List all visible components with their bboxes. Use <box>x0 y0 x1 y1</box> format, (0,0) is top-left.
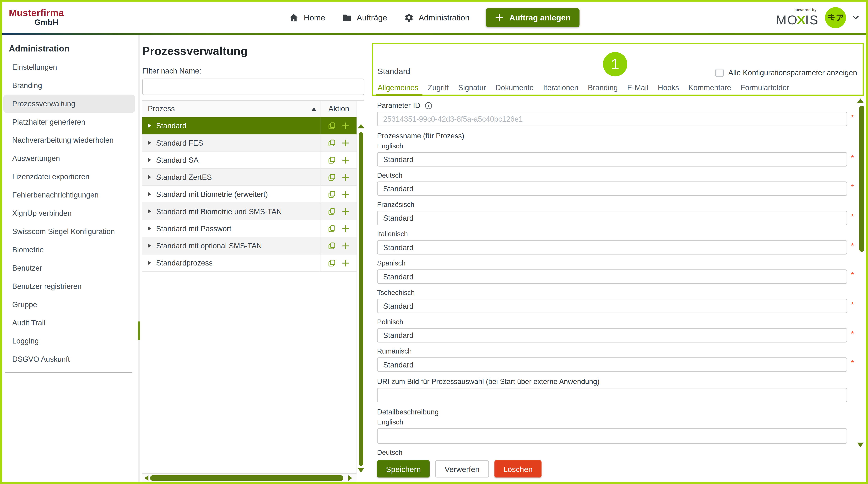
sidebar-item-gruppe[interactable]: Gruppe <box>3 295 135 314</box>
expand-caret-icon[interactable] <box>148 140 151 145</box>
add-icon[interactable] <box>342 122 350 130</box>
sidebar-item-lizenzdatei[interactable]: Lizenzdatei exportieren <box>3 168 135 186</box>
sidebar-item-logging[interactable]: Logging <box>3 332 135 350</box>
sidebar-item-benutzer-registrieren[interactable]: Benutzer registrieren <box>3 277 135 295</box>
sidebar-item-prozessverwaltung[interactable]: Prozessverwaltung <box>3 95 135 113</box>
copy-icon[interactable] <box>328 173 336 181</box>
name-input-rumaenisch[interactable] <box>377 357 847 372</box>
discard-button[interactable]: Verwerfen <box>435 460 489 478</box>
table-horizontal-scrollbar[interactable] <box>143 473 357 482</box>
sidebar-item-audit-trail[interactable]: Audit Trail <box>3 314 135 332</box>
name-input-deutsch[interactable] <box>377 182 847 196</box>
table-row[interactable]: Standard mit Biometrie und SMS-TAN <box>143 203 357 220</box>
add-icon[interactable] <box>342 173 350 181</box>
filter-input[interactable] <box>143 78 364 95</box>
add-icon[interactable] <box>342 190 350 198</box>
sidebar-item-xignup[interactable]: XignUp verbinden <box>3 204 135 222</box>
expand-caret-icon[interactable] <box>148 123 151 128</box>
sidebar-item-biometrie[interactable]: Biometrie <box>3 241 135 259</box>
table-row[interactable]: Standard ZertES <box>143 169 357 186</box>
name-input-tschechisch[interactable] <box>377 299 847 313</box>
sidebar-item-nachverarbeitung[interactable]: Nachverarbeitung wiederholen <box>3 131 135 149</box>
table-row[interactable]: Standard mit Passwort <box>143 220 357 237</box>
add-icon[interactable] <box>342 241 350 250</box>
add-icon[interactable] <box>342 138 350 147</box>
vertical-scrollbar-thumb[interactable] <box>359 132 363 466</box>
add-icon[interactable] <box>342 207 350 215</box>
sort-asc-icon[interactable] <box>312 107 316 110</box>
column-header-prozess[interactable]: Prozess <box>143 101 321 117</box>
sidebar-item-platzhalter-generieren[interactable]: Platzhalter generieren <box>3 113 135 131</box>
copy-icon[interactable] <box>328 224 336 233</box>
table-row[interactable]: Standard FES <box>143 134 357 152</box>
copy-icon[interactable] <box>328 156 336 164</box>
avatar[interactable] <box>825 7 846 28</box>
table-vertical-scrollbar[interactable] <box>356 101 364 473</box>
sidebar-item-auswertungen[interactable]: Auswertungen <box>3 149 135 168</box>
scroll-left-icon[interactable] <box>145 475 149 481</box>
sidebar-item-einstellungen[interactable]: Einstellungen <box>3 58 135 76</box>
sidebar-scrollbar-thumb[interactable] <box>138 321 140 340</box>
table-row[interactable]: Standard SA <box>143 152 357 169</box>
show-all-params-checkbox[interactable] <box>716 69 724 77</box>
nav-item-auftraege[interactable]: Aufträge <box>342 12 387 23</box>
name-input-polnisch[interactable] <box>377 328 847 343</box>
table-row[interactable]: Standard mit Biometrie (erweitert) <box>143 186 357 203</box>
tab-dokumente[interactable]: Dokumente <box>496 84 534 92</box>
info-icon[interactable] <box>425 102 432 109</box>
tab-hooks[interactable]: Hooks <box>658 84 679 92</box>
tab-branding[interactable]: Branding <box>588 84 618 92</box>
sidebar-item-branding[interactable]: Branding <box>3 76 135 95</box>
scroll-down-icon[interactable] <box>358 468 364 473</box>
expand-caret-icon[interactable] <box>148 226 151 231</box>
tab-allgemeines[interactable]: Allgemeines <box>378 84 418 92</box>
panel-scroll-up-icon[interactable] <box>857 98 864 103</box>
copy-icon[interactable] <box>328 259 336 267</box>
save-button[interactable]: Speichern <box>377 460 430 478</box>
expand-caret-icon[interactable] <box>148 192 151 196</box>
table-row[interactable]: Standardprozess <box>143 255 357 271</box>
expand-caret-icon[interactable] <box>148 261 151 265</box>
table-row-standard[interactable]: Standard <box>143 117 357 134</box>
table-row[interactable]: Standard mit optional SMS-TAN <box>143 237 357 255</box>
tab-zugriff[interactable]: Zugriff <box>428 84 449 92</box>
tab-kommentare[interactable]: Kommentare <box>688 84 731 92</box>
name-input-franzoesisch[interactable] <box>377 211 847 225</box>
add-icon[interactable] <box>342 259 350 267</box>
delete-button[interactable]: Löschen <box>495 460 541 478</box>
scroll-right-icon[interactable] <box>348 475 352 481</box>
nav-item-home[interactable]: Home <box>289 12 325 23</box>
scroll-up-icon[interactable] <box>358 124 364 129</box>
uri-input[interactable] <box>377 388 847 402</box>
name-input-spanisch[interactable] <box>377 269 847 284</box>
parameter-id-input[interactable] <box>377 112 847 126</box>
copy-icon[interactable] <box>328 241 336 250</box>
sidebar-item-benutzer[interactable]: Benutzer <box>3 259 135 277</box>
add-icon[interactable] <box>342 224 350 233</box>
sidebar-item-swisscom-siegel[interactable]: Swisscom Siegel Konfiguration <box>3 222 135 241</box>
horizontal-scrollbar-thumb[interactable] <box>150 475 343 481</box>
tab-formularfelder[interactable]: Formularfelder <box>741 84 789 92</box>
panel-scrollbar-thumb[interactable] <box>859 106 864 252</box>
copy-icon[interactable] <box>328 138 336 147</box>
copy-icon[interactable] <box>328 122 336 130</box>
sidebar-item-fehlerbenachrichtigungen[interactable]: Fehlerbenachrichtigungen <box>3 186 135 204</box>
expand-caret-icon[interactable] <box>148 244 151 248</box>
tab-iterationen[interactable]: Iterationen <box>543 84 579 92</box>
create-order-button[interactable]: Auftrag anlegen <box>486 8 579 27</box>
add-icon[interactable] <box>342 156 350 164</box>
expand-caret-icon[interactable] <box>148 209 151 214</box>
sidebar-scrollbar-track[interactable] <box>138 35 140 482</box>
copy-icon[interactable] <box>328 207 336 215</box>
tab-email[interactable]: E-Mail <box>627 84 648 92</box>
chevron-down-icon[interactable] <box>852 15 859 20</box>
tab-signatur[interactable]: Signatur <box>458 84 486 92</box>
expand-caret-icon[interactable] <box>148 158 151 162</box>
name-input-italienisch[interactable] <box>377 240 847 255</box>
panel-scroll-down-icon[interactable] <box>857 443 864 447</box>
sidebar-item-dsgvo[interactable]: DSGVO Auskunft <box>3 350 135 368</box>
detail-input-englisch[interactable] <box>377 428 847 444</box>
nav-item-administration[interactable]: Administration <box>404 12 470 23</box>
name-input-englisch[interactable] <box>377 152 847 166</box>
company-logo[interactable]: Musterfirma GmbH <box>9 9 84 26</box>
